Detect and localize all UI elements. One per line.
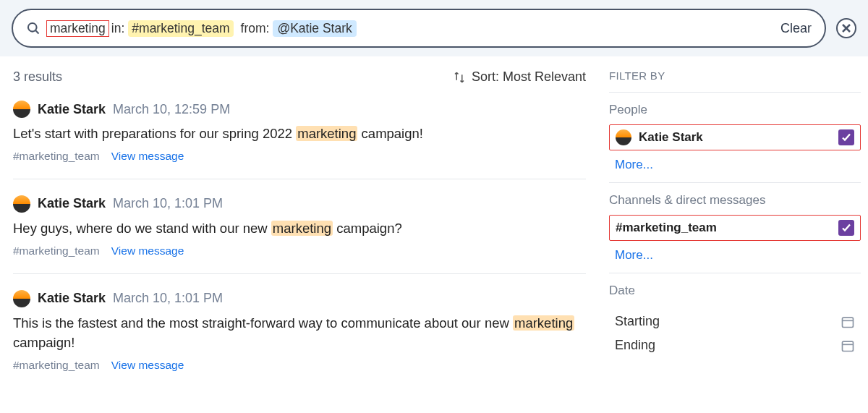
result-time: March 10, 1:01 PM	[113, 196, 223, 211]
from-operator-label: from:	[241, 21, 270, 36]
filter-row-channel-item[interactable]: #marketing_team	[609, 215, 861, 241]
search-bar: marketing in: #marketing_team from: @Kat…	[0, 0, 868, 56]
checkbox-checked-icon[interactable]	[838, 220, 854, 236]
close-search-icon[interactable]	[836, 18, 856, 38]
more-people-link[interactable]: More...	[609, 150, 861, 172]
avatar	[13, 195, 30, 213]
search-box[interactable]: marketing in: #marketing_team from: @Kat…	[12, 9, 826, 48]
calendar-icon	[841, 315, 855, 329]
view-message-link[interactable]: View message	[111, 244, 184, 257]
ending-label: Ending	[615, 338, 655, 353]
user-token[interactable]: @Katie Stark	[273, 20, 356, 37]
starting-label: Starting	[615, 314, 660, 329]
view-message-link[interactable]: View message	[111, 150, 184, 163]
result-body: This is the fastest and the most straigh…	[13, 313, 586, 354]
search-icon	[26, 21, 41, 35]
result-author: Katie Stark	[38, 102, 106, 117]
filter-people-name: Katie Stark	[639, 130, 703, 145]
results-column: 3 results Sort: Most Relevant Katie Star…	[0, 56, 599, 372]
avatar	[13, 101, 30, 118]
svg-rect-6	[843, 341, 854, 351]
search-query[interactable]: marketing in: #marketing_team from: @Kat…	[46, 20, 775, 37]
result-body: Hey guys, where do we stand with our new…	[13, 218, 586, 239]
people-label: People	[609, 103, 861, 117]
filter-panel: FILTER BY People Katie Stark More... Cha…	[599, 56, 868, 372]
search-term: marketing	[46, 20, 109, 37]
filter-section-date: Date Starting Ending	[609, 273, 861, 363]
result-time: March 10, 1:01 PM	[113, 291, 223, 306]
results-count: 3 results	[13, 69, 62, 85]
filter-section-people: People Katie Stark More...	[609, 93, 861, 183]
result-channel[interactable]: #marketing_team	[13, 359, 100, 372]
svg-line-1	[35, 30, 38, 33]
view-message-link[interactable]: View message	[111, 359, 184, 372]
more-channels-link[interactable]: More...	[609, 241, 861, 263]
search-result[interactable]: Katie Stark March 10, 1:01 PM Hey guys, …	[13, 195, 586, 274]
filter-section-channels: Channels & direct messages #marketing_te…	[609, 183, 861, 273]
channels-label: Channels & direct messages	[609, 193, 861, 208]
result-channel[interactable]: #marketing_team	[13, 244, 100, 257]
sort-button[interactable]: Sort: Most Relevant	[453, 69, 586, 85]
result-body: Let's start with preparations for our sp…	[13, 124, 586, 144]
result-author: Katie Stark	[38, 196, 106, 211]
highlight: marketing	[296, 126, 357, 141]
filter-row-people-item[interactable]: Katie Stark	[609, 124, 861, 150]
search-result[interactable]: Katie Stark March 10, 12:59 PM Let's sta…	[13, 101, 586, 179]
channel-token[interactable]: #marketing_team	[128, 20, 233, 37]
search-result[interactable]: Katie Stark March 10, 1:01 PM This is th…	[13, 290, 586, 372]
highlight: marketing	[513, 315, 574, 331]
svg-point-0	[28, 23, 37, 32]
filter-title: FILTER BY	[609, 69, 861, 93]
date-label: Date	[609, 284, 861, 298]
clear-button[interactable]: Clear	[780, 21, 812, 36]
calendar-icon	[841, 339, 855, 353]
highlight: marketing	[271, 221, 333, 236]
result-time: March 10, 12:59 PM	[113, 102, 230, 117]
avatar	[13, 290, 30, 307]
avatar	[616, 129, 631, 145]
result-channel[interactable]: #marketing_team	[13, 150, 100, 163]
date-ending-row[interactable]: Ending	[609, 329, 861, 353]
results-header: 3 results Sort: Most Relevant	[13, 69, 586, 85]
date-starting-row[interactable]: Starting	[609, 305, 861, 329]
svg-rect-4	[843, 318, 854, 327]
filter-channel-name: #marketing_team	[616, 221, 717, 235]
in-operator-label: in:	[111, 21, 124, 36]
checkbox-checked-icon[interactable]	[838, 129, 854, 145]
sort-label: Sort: Most Relevant	[472, 69, 586, 85]
result-author: Katie Stark	[38, 291, 106, 306]
